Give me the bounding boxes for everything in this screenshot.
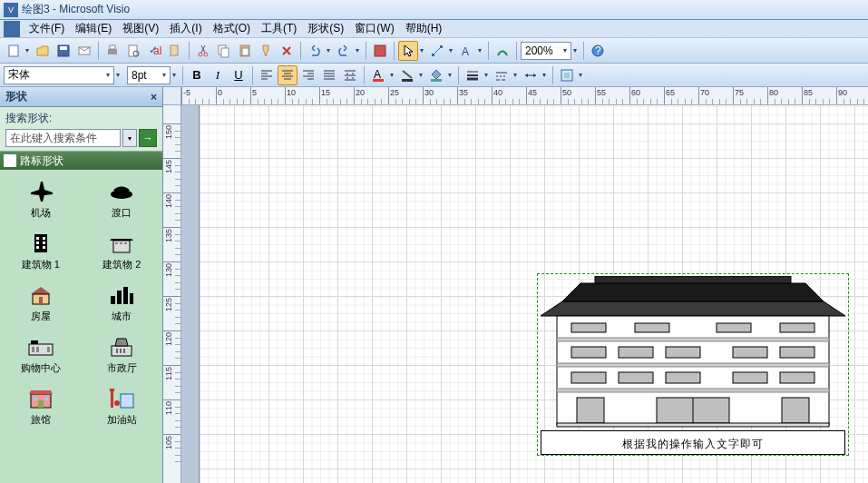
undo-button[interactable] [305,41,325,61]
line-pattern-dropdown[interactable]: ▾ [511,71,520,79]
format-painter-button[interactable] [256,41,276,61]
font-combo[interactable]: 宋体▾ [4,66,114,84]
shapes-window-button[interactable] [370,41,390,61]
align-left-button[interactable] [257,65,277,85]
text-tool-button[interactable]: A [456,41,476,61]
undo-dropdown[interactable]: ▾ [324,46,333,54]
fill-color-dropdown[interactable]: ▾ [445,71,454,79]
align-right-button[interactable] [298,65,318,85]
svg-point-12 [204,53,208,56]
search-go-button[interactable]: → [139,129,157,147]
shape-caption[interactable]: 根据我的操作输入文字即可 [541,430,845,455]
menu-edit[interactable]: 编辑(E) [70,19,117,38]
shape-icon [105,386,138,411]
shape-master-6[interactable]: 购物中心 [0,330,82,382]
underline-button[interactable]: U [229,65,249,85]
font-color-button[interactable]: A [368,65,388,85]
menu-shape[interactable]: 形状(S) [302,19,349,38]
font-dropdown[interactable]: ▾ [113,71,122,79]
window-title: 绘图3 - Microsoft Visio [22,2,130,17]
ink-tool-button[interactable] [493,41,512,61]
email-button[interactable] [74,41,94,61]
line-weight-button[interactable] [463,65,483,85]
shapes-pane: 形状 × 搜索形状: 在此键入搜索条件 ▾ → 路标形状 机场渡口建筑物 1建筑… [0,87,163,483]
copy-button[interactable] [214,41,234,61]
shape-master-7[interactable]: 市政厅 [82,330,163,382]
shapes-close-icon[interactable]: × [151,91,157,104]
fill-color-button[interactable] [426,65,446,85]
svg-rect-19 [440,45,443,48]
shape-master-8[interactable]: 旅馆 [0,382,82,434]
font-color-dropdown[interactable]: ▾ [387,71,396,79]
stencil-title: 路标形状 [20,153,63,169]
shape-master-5[interactable]: 城市 [82,279,163,330]
ruler-horizontal[interactable]: -5051015202530354045505560657075808590 [181,87,868,105]
italic-button[interactable]: I [208,65,228,85]
menu-format[interactable]: 格式(O) [208,19,256,38]
svg-rect-35 [36,246,39,249]
menu-view[interactable]: 视图(V) [117,19,164,38]
building-shape[interactable] [541,276,845,429]
system-menu-icon[interactable] [4,21,20,37]
ruler-vertical[interactable]: 150145140135130125120115110105 [163,105,181,483]
align-justify-button[interactable] [319,65,339,85]
print-button[interactable] [102,41,122,61]
line-color-button[interactable] [397,65,417,85]
save-button[interactable] [54,41,73,61]
line-weight-dropdown[interactable]: ▾ [482,71,491,79]
new-dropdown[interactable]: ▾ [23,46,32,54]
shape-master-3[interactable]: 建筑物 2 [82,227,163,279]
open-button[interactable] [33,41,53,61]
svg-rect-84 [571,372,606,383]
search-input[interactable]: 在此键入搜索条件 [5,129,121,147]
connector-tool-button[interactable] [427,41,447,61]
paste-button[interactable] [235,41,255,61]
bold-button[interactable]: B [187,65,207,85]
zoom-dropdown[interactable]: ▾ [571,46,580,54]
search-dropdown[interactable]: ▾ [122,129,137,147]
redo-dropdown[interactable]: ▾ [353,46,362,54]
size-dropdown[interactable]: ▾ [170,71,179,79]
size-combo[interactable]: 8pt▾ [127,66,171,84]
menu-window[interactable]: 窗口(W) [349,19,399,38]
zoom-combo[interactable]: 200%▾ [521,42,571,60]
line-ends-dropdown[interactable]: ▾ [540,71,549,79]
stencil-header[interactable]: 路标形状 [0,152,162,170]
svg-rect-75 [571,323,606,332]
menu-file[interactable]: 文件(F) [24,19,70,38]
shape-master-0[interactable]: 机场 [0,175,82,227]
shape-master-1[interactable]: 渡口 [82,175,163,227]
format-toolbar: 宋体▾ ▾ 8pt▾ ▾ B I U A ▾ ▾ ▾ ▾ ▾ ▾ ▾ [0,64,868,87]
svg-rect-34 [43,242,45,244]
redo-button[interactable] [334,41,354,61]
shape-master-2[interactable]: 建筑物 1 [0,227,82,279]
research-button[interactable] [165,41,185,61]
shape-master-9[interactable]: 加油站 [82,382,163,434]
line-ends-button[interactable] [521,65,541,85]
shape-label: 购物中心 [21,361,61,375]
delete-button[interactable] [277,41,297,61]
pointer-dropdown[interactable]: ▾ [417,46,426,54]
align-center-button[interactable] [278,65,297,85]
new-button[interactable] [4,41,24,61]
spelling-button[interactable]: ✓abc [144,41,164,61]
svg-rect-38 [113,241,130,252]
cut-button[interactable] [193,41,213,61]
pointer-tool-button[interactable] [398,41,418,61]
connector-dropdown[interactable]: ▾ [446,46,455,54]
size-value: 8pt [132,69,147,82]
shape-master-4[interactable]: 房屋 [0,279,82,330]
menu-insert[interactable]: 插入(I) [164,19,207,38]
search-label: 搜索形状: [5,111,157,126]
print-preview-button[interactable] [123,41,143,61]
format-dropdown[interactable]: ▾ [576,71,585,79]
text-dropdown[interactable]: ▾ [475,46,484,54]
line-color-dropdown[interactable]: ▾ [416,71,425,79]
format-button[interactable] [557,65,577,85]
drawing-canvas[interactable]: 根据我的操作输入文字即可 [181,105,868,483]
distribute-button[interactable] [340,65,360,85]
line-pattern-button[interactable] [492,65,512,85]
help-button[interactable]: ? [588,41,608,61]
menu-help[interactable]: 帮助(H) [400,19,448,38]
menu-tools[interactable]: 工具(T) [256,19,302,38]
